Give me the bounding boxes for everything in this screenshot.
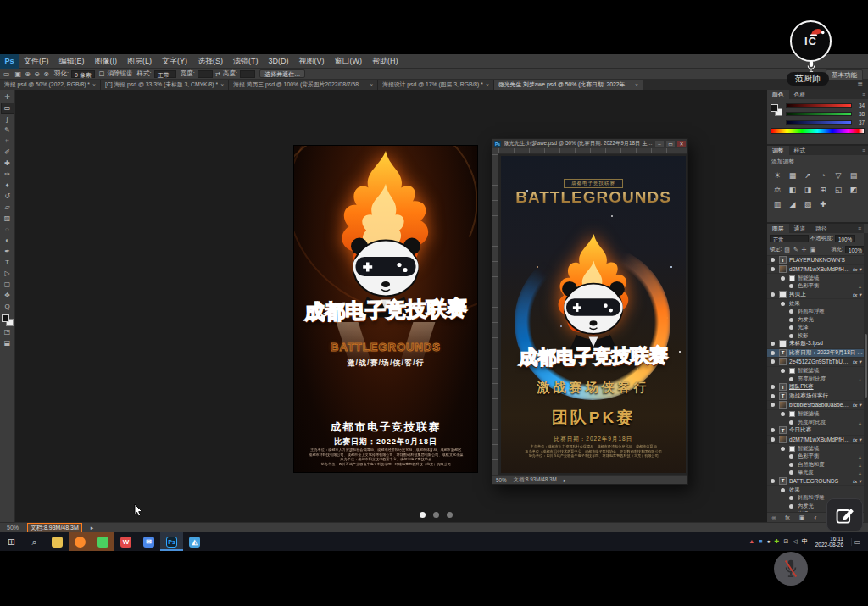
fill-value[interactable]: 100%	[845, 246, 865, 253]
visibility-eye-icon[interactable]	[771, 437, 775, 442]
height-input[interactable]	[240, 70, 255, 78]
doc-tab[interactable]: 海报 简历三.psd @ 100% (背景图片2022/08/7/5822, R…	[229, 80, 378, 90]
toolbar-color-swatches[interactable]	[2, 314, 14, 326]
status-arrow-icon[interactable]: ▸	[564, 477, 566, 483]
visibility-eye-icon[interactable]	[789, 377, 793, 381]
layer-row[interactable]: bfcbbie9f5a8bd0a8be4e…fx ▾	[767, 401, 864, 410]
mute-microphone-button[interactable]	[774, 552, 808, 586]
doc-tab[interactable]: [C] 海报.psd @ 33.3% (未标题 3, CMYK/8) *×	[101, 80, 229, 90]
close-tab-icon[interactable]: ×	[635, 82, 638, 88]
lock-pixels-icon[interactable]: ✎	[793, 247, 799, 253]
taskbar-mail[interactable]: ✉	[137, 532, 160, 551]
zoom-tool[interactable]: Q	[1, 301, 14, 312]
dodge-tool[interactable]: ◐	[1, 235, 14, 246]
screen-mode-tool[interactable]: ⬓	[1, 337, 14, 348]
panel-menu-icon[interactable]: ≡	[858, 224, 864, 233]
layer-row[interactable]: 亮度/对比度▵	[767, 419, 864, 427]
layer-row[interactable]: 效果	[767, 299, 864, 308]
panel-menu-icon[interactable]: ≡	[862, 146, 868, 155]
taskbar-wechat[interactable]	[92, 532, 114, 551]
layer-effects-icon[interactable]: fx ▾	[853, 436, 864, 442]
volume-icon[interactable]: ◁	[793, 532, 797, 551]
visibility-eye-icon[interactable]	[771, 428, 775, 432]
curves-icon[interactable]: ↗	[800, 168, 815, 182]
visibility-eye-icon[interactable]	[781, 412, 785, 416]
visibility-eye-icon[interactable]	[789, 309, 793, 314]
menu-item[interactable]: 文字(Y)	[157, 54, 192, 69]
carousel-dot[interactable]	[433, 512, 439, 518]
layer-row[interactable]: 色彩平衡▵	[767, 282, 864, 291]
move-tool[interactable]: ✛	[1, 92, 14, 103]
eraser-tool[interactable]: ▱	[1, 202, 14, 213]
close-button[interactable]: ✕	[677, 141, 686, 147]
layer-row[interactable]: T比赛日期：2022年9月18日 主…	[767, 349, 864, 359]
layer-effects-icon[interactable]: fx ▾	[853, 402, 864, 408]
taskbar-file-explorer[interactable]	[46, 532, 69, 551]
tray-app-light[interactable]: ●	[766, 532, 770, 551]
photo-filter-icon[interactable]: ◨	[800, 182, 815, 197]
quick-selection-tool[interactable]: ✎	[1, 125, 14, 136]
window-title-bar[interactable]: Ps 微光先生.刘梦awe.psd @ 50% (比赛日期: 2022年9月18…	[492, 139, 687, 148]
menu-item[interactable]: 图层(L)	[122, 54, 157, 69]
lasso-tool[interactable]: ʃ	[1, 114, 14, 125]
menu-item[interactable]: 图像(I)	[90, 54, 123, 69]
visibility-eye-icon[interactable]	[789, 463, 793, 467]
select-and-mask-button[interactable]: 选择并遮住…	[259, 69, 305, 78]
panel-scrollbar[interactable]	[864, 233, 868, 522]
tray-app-green[interactable]: ✚	[775, 532, 780, 551]
menu-item[interactable]: 选择(S)	[192, 54, 228, 69]
b-channel-slider[interactable]: 37	[786, 120, 865, 125]
close-tab-icon[interactable]: ×	[486, 82, 489, 88]
layer-effects-icon[interactable]: fx ▾	[853, 478, 864, 484]
window-zoom-level[interactable]: 50%	[496, 477, 507, 483]
layer-row[interactable]: T团队PK赛	[767, 383, 864, 392]
tab-layers[interactable]: 图层	[767, 224, 789, 233]
layer-row[interactable]: 智能滤镜	[767, 410, 864, 419]
layer-mask-icon[interactable]: ▣	[799, 514, 805, 521]
tab-channels[interactable]: 通道	[789, 224, 811, 233]
eyedropper-tool[interactable]: ✐	[1, 147, 14, 158]
antialias-checkbox[interactable]: ☐	[99, 70, 105, 78]
layer-row[interactable]: 拷贝上fx ▾	[767, 291, 864, 300]
doc-tab[interactable]: 海报.psd @ 50% (2022, RGB/8) *×	[0, 80, 101, 90]
layer-effects-icon[interactable]: fx ▾	[853, 292, 864, 297]
taskbar-wps[interactable]: W	[114, 532, 137, 551]
presenter-avatar[interactable]: IC	[790, 20, 832, 62]
tray-app-red[interactable]: ▲	[748, 532, 754, 551]
layer-row[interactable]: 亮度/对比度▵	[767, 375, 864, 384]
healing-brush-tool[interactable]: ✚	[1, 158, 14, 169]
taskbar-start[interactable]: ⊞	[0, 532, 23, 551]
layer-row[interactable]: 2e4512ZGn9STbTbUuBVd74c…fx ▾	[767, 358, 864, 367]
pen-tool[interactable]: ✒	[1, 246, 14, 257]
clock[interactable]: 16:11 2022-08-26	[812, 536, 847, 548]
monitor-icon[interactable]: ⊡	[783, 532, 788, 551]
channel-mixer-icon[interactable]: ⊞	[815, 182, 831, 197]
type-tool[interactable]: T	[1, 257, 14, 268]
current-tool-icon[interactable]: ▭	[3, 70, 11, 78]
color-spectrum-bar[interactable]	[771, 128, 865, 134]
visibility-eye-icon[interactable]	[781, 447, 785, 451]
menu-item[interactable]: 帮助(H)	[367, 54, 403, 69]
visibility-eye-icon[interactable]	[771, 342, 775, 346]
visibility-eye-icon[interactable]	[771, 351, 775, 355]
marquee-tool[interactable]: ▭	[1, 103, 14, 114]
close-tab-icon[interactable]: ×	[92, 82, 96, 88]
layer-row[interactable]: T激战赛场侠客行	[767, 392, 864, 402]
menu-item[interactable]: 3D(D)	[264, 54, 294, 69]
layer-row[interactable]: TPLAYERUNKNOWN'S	[767, 256, 864, 265]
notification-center-icon[interactable]: ▭	[851, 538, 863, 546]
adjustment-layer-icon[interactable]: ◐	[814, 514, 817, 520]
taskbar-photoshop[interactable]: Ps	[160, 532, 183, 551]
shape-tool[interactable]: ▢	[1, 279, 14, 290]
g-channel-slider[interactable]: 38	[786, 111, 865, 117]
visibility-eye-icon[interactable]	[789, 496, 793, 500]
blend-mode-select[interactable]: 正常	[770, 235, 809, 242]
tab-paths[interactable]: 路径	[810, 224, 832, 233]
layer-row[interactable]: TBATTLEGROUNDSfx ▾	[767, 477, 864, 486]
visibility-eye-icon[interactable]	[789, 334, 793, 338]
menu-item[interactable]: 编辑(E)	[54, 54, 90, 69]
tab-color[interactable]: 颜色	[767, 90, 789, 99]
layer-effects-icon[interactable]: fx ▾	[853, 359, 864, 364]
layer-row[interactable]: 投影	[767, 332, 864, 341]
hand-tool[interactable]: ✥	[1, 290, 14, 301]
